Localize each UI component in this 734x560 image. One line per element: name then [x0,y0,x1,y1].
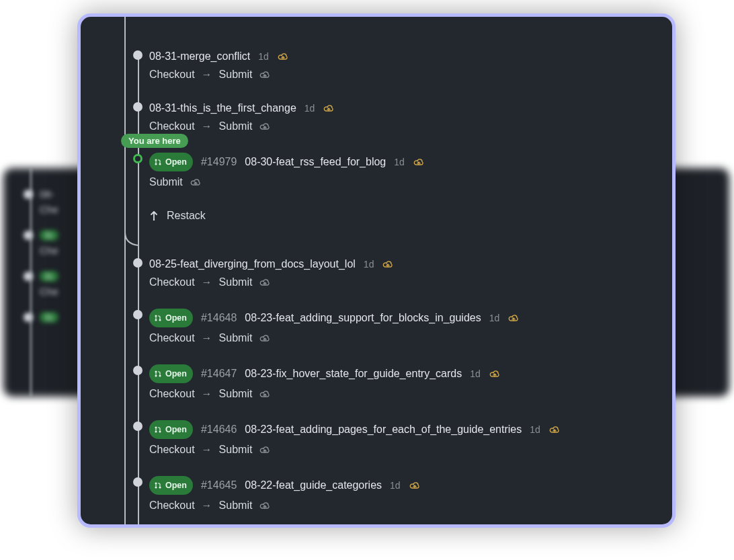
node-dot [133,50,142,60]
stack-entry: 08-31-merge_conflict1dCheckout→Submit [133,49,659,81]
entry-actions-row: Checkout→Submit [149,120,659,132]
cloud-upload-icon [259,278,271,287]
arrow-right-icon: → [202,499,212,512]
submit-button[interactable]: Submit [219,69,253,81]
branch-name[interactable]: 08-23-feat_adding_pages_for_each_of_the_… [245,422,522,437]
cloud-upload-icon [259,122,271,131]
cloud-upload-icon [382,259,394,269]
arrow-right-icon: → [202,332,212,344]
checkout-button[interactable]: Checkout [149,444,195,456]
entry-age: 1d [470,366,481,381]
pr-open-badge: Open [149,364,193,383]
pr-number[interactable]: #14647 [201,366,237,381]
pr-number[interactable]: #14645 [201,478,237,493]
checkout-button[interactable]: Checkout [149,69,195,81]
submit-button[interactable]: Submit [219,444,253,456]
branch-name[interactable]: 08-31-merge_conflict [149,49,250,64]
background-vline [30,168,32,397]
cloud-upload-icon [507,313,520,323]
stack-entry: 08-25-feat_diverging_from_docs_layout_lo… [133,257,659,288]
entry-age: 1d [364,257,374,272]
entry-header-row: 08-25-feat_diverging_from_docs_layout_lo… [149,257,659,272]
cloud-upload-icon [277,52,289,61]
restack-label: Restack [167,210,206,222]
arrow-right-icon: → [202,276,212,288]
arrow-right-icon: → [202,444,212,456]
branch-name[interactable]: 08-23-fix_hover_state_for_guide_entry_ca… [245,366,462,381]
track-line-outer [124,17,126,524]
arrow-right-icon: → [202,120,212,132]
cloud-upload-icon [548,425,561,434]
cloud-upload-icon [259,389,271,399]
entry-actions-row: Checkout→Submit [149,276,659,288]
cloud-upload-icon [190,177,202,187]
entry-header-row: Open#1497908-30-feat_rss_feed_for_blog1d [149,153,659,171]
pr-number[interactable]: #14646 [201,422,237,437]
restack-button[interactable]: Restack [149,208,659,223]
submit-button[interactable]: Submit [219,120,253,132]
pr-number[interactable]: #14979 [201,155,237,169]
arrow-right-icon: → [202,69,212,81]
you-are-here-badge: You are here [121,134,188,148]
stack-entry: Open#1464708-23-fix_hover_state_for_guid… [133,364,659,400]
node-dot [133,258,142,268]
pr-open-badge: Open [149,153,193,171]
node-dot [133,102,142,112]
pr-number[interactable]: #14648 [201,311,237,325]
pr-open-badge: Open [149,476,193,495]
stack-entry: You are hereOpen#1497908-30-feat_rss_fee… [133,153,659,188]
stack-entry: Open#1464508-22-feat_guide_categories1dC… [133,476,659,512]
entry-age: 1d [390,478,401,493]
stack-entry: Open#1464608-23-feat_adding_pages_for_ea… [133,420,659,456]
branch-name[interactable]: 08-22-feat_guide_categories [245,478,382,493]
entry-header-row: 08-31-merge_conflict1d [149,49,659,64]
entry-age: 1d [304,101,315,116]
checkout-button[interactable]: Checkout [149,120,195,132]
cloud-upload-icon [259,70,271,79]
cloud-upload-icon [259,501,271,510]
node-dot [133,477,142,487]
stack-entry: 08-31-this_is_the_first_change1dCheckout… [133,101,659,132]
entry-actions-row: Checkout→Submit [149,444,659,456]
branch-name[interactable]: 08-31-this_is_the_first_change [149,101,296,116]
cloud-upload-icon [413,157,425,167]
entry-actions-row: Checkout→Submit [149,388,659,400]
stack-entry: Open#1464808-23-feat_adding_support_for_… [133,309,659,344]
pr-open-badge: Open [149,420,193,439]
node-dot [133,366,142,375]
entry-actions-row: Checkout→Submit [149,499,659,512]
entry-header-row: Open#1464808-23-feat_adding_support_for_… [149,309,659,327]
checkout-button[interactable]: Checkout [149,499,195,512]
branch-name[interactable]: 08-25-feat_diverging_from_docs_layout_lo… [149,257,356,272]
entry-header-row: Open#1464608-23-feat_adding_pages_for_ea… [149,420,659,439]
entry-actions-row: Checkout→Submit [149,332,659,344]
submit-button[interactable]: Submit [219,276,253,288]
checkout-button[interactable]: Checkout [149,332,195,344]
entry-header-row: Open#1464708-23-fix_hover_state_for_guid… [149,364,659,383]
current-node-dot [133,154,142,163]
entry-header-row: 08-31-this_is_the_first_change1d [149,101,659,116]
cloud-upload-icon [409,481,421,490]
submit-button[interactable]: Submit [219,499,253,512]
cloud-upload-icon [323,104,335,113]
pr-open-label: Open [165,478,187,493]
submit-button[interactable]: Submit [219,388,253,400]
pr-open-badge: Open [149,309,193,327]
checkout-button[interactable]: Checkout [149,276,195,288]
node-dot [133,310,142,319]
restack-up-icon [149,208,159,223]
branch-name[interactable]: 08-30-feat_rss_feed_for_blog [245,155,386,169]
checkout-button[interactable]: Checkout [149,388,195,400]
pr-open-label: Open [165,155,187,169]
entry-age: 1d [258,49,269,64]
submit-button[interactable]: Submit [149,176,183,188]
entry-age: 1d [530,422,540,437]
entry-actions-row: Checkout→Submit [149,69,659,81]
entry-header-row: Open#1464508-22-feat_guide_categories1d [149,476,659,495]
submit-button[interactable]: Submit [219,332,253,344]
arrow-right-icon: → [202,388,212,400]
stack-panel: 08-31-merge_conflict1dCheckout→Submit08-… [77,13,676,528]
entry-age: 1d [489,311,500,325]
cloud-upload-icon [259,333,271,343]
branch-name[interactable]: 08-23-feat_adding_support_for_blocks_in_… [245,311,481,325]
